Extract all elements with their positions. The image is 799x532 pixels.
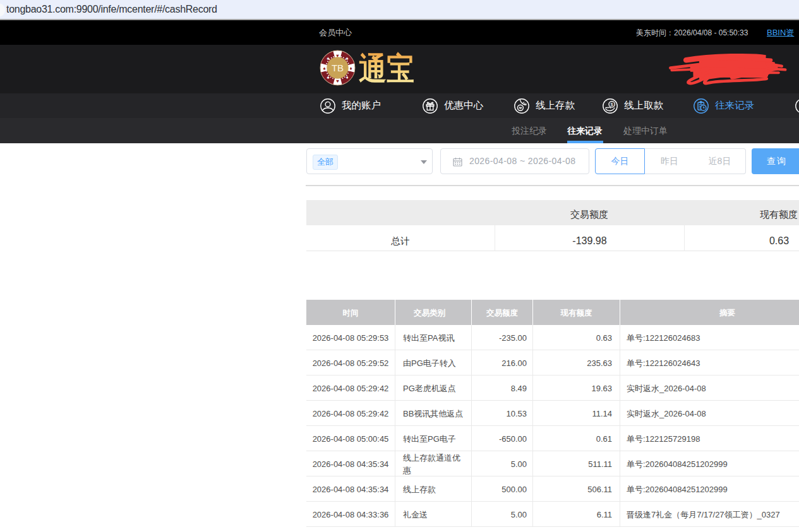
svg-text:♦: ♦ xyxy=(349,66,352,71)
svg-text:♠: ♠ xyxy=(327,56,329,61)
svg-text:TB: TB xyxy=(332,62,344,73)
svg-text:$: $ xyxy=(610,102,613,107)
